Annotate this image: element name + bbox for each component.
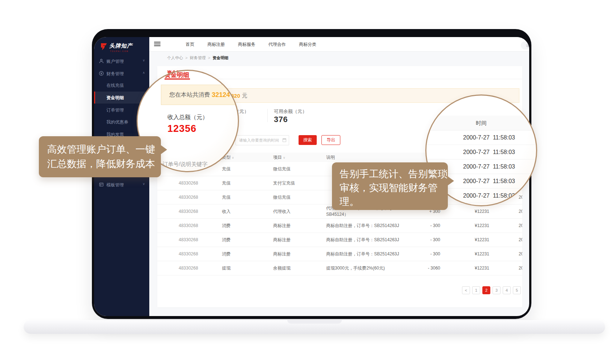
magnified-tab-underline <box>165 78 190 80</box>
cell-time: 2000-7-27 11:58:03 <box>489 223 522 228</box>
cell-balance: ¥12231 <box>440 266 489 271</box>
hamburger-menu-icon[interactable] <box>154 42 161 47</box>
magnified-income-value: 12356 <box>167 123 196 134</box>
laptop-hinge-notch <box>287 320 342 324</box>
export-button[interactable]: 导出 <box>321 135 340 145</box>
cell-desc: 提现3000元，手续费2%(60元) <box>326 265 416 271</box>
cell-balance: ¥12231 <box>440 209 489 214</box>
table-row: 48330268 消费 商标注册 商标自助注册，订单号：SB2514263J -… <box>157 247 522 261</box>
brand-icon <box>99 42 108 51</box>
search-input[interactable] <box>521 41 529 49</box>
stage: 头牌知产 TOUPAI.COM 账户管理 ∨ 财务管理 ∧ <box>0 0 616 364</box>
cell-order-no: 48330268 <box>179 181 222 186</box>
magnified-time-header: 时间 <box>426 116 536 130</box>
page-button-2-active[interactable]: 2 <box>482 286 490 294</box>
laptop-base <box>24 320 605 334</box>
cell-desc: 商标自助注册，订单号：SB2514263J <box>326 251 416 257</box>
cell-order-no: 48330268 <box>179 223 222 228</box>
available-balance-label: 可用余额（元） <box>274 108 307 115</box>
cell-type: 充值 <box>222 166 273 172</box>
sidebar-item-template[interactable]: 模板管理 ∨ <box>94 179 149 191</box>
sort-chevron-icon: ∨ <box>283 156 285 159</box>
cell-order-no: 48330268 <box>179 266 222 271</box>
header-description: 说明 <box>326 154 416 161</box>
cell-desc: 商标自助注册，订单号：SB2514263J <box>326 237 416 243</box>
cell-time: 2000-7-27 11:58:03 <box>489 266 522 271</box>
table-row: 48330268 提现 余额提现 提现3000元，手续费2%(60元) - 30… <box>157 261 522 275</box>
table-row: 48330268 消费 商标注册 商标自助注册，订单号：SB2514263J -… <box>157 219 522 233</box>
stats-divider <box>267 109 268 122</box>
calendar-icon[interactable] <box>283 138 286 142</box>
template-icon <box>99 182 104 187</box>
breadcrumb-personal-center[interactable]: 个人中心 <box>167 56 183 60</box>
nav-items: 首页 商标注册 商标服务 代理合作 商标分类 <box>186 37 316 52</box>
magnified-table-header: 订单号/说明关键字 <box>162 161 207 168</box>
cell-project: 商标注册 <box>273 237 326 243</box>
cell-project: 微信充值 <box>273 194 326 201</box>
callout-right: 告别手工统计、告别繁琐 审核，实现智能财务管 理。 <box>332 162 448 210</box>
brand-name: 头牌知产 <box>109 43 133 49</box>
cell-amount: - 300 <box>416 237 440 242</box>
prev-page-button[interactable]: < <box>462 286 470 294</box>
magnified-banner-amount: 32124 <box>212 91 230 99</box>
cell-project: 余额提现 <box>273 265 326 271</box>
cell-time: 2000-7-27 11:58:03 <box>489 237 522 242</box>
page-button-1[interactable]: 1 <box>472 286 480 294</box>
table-row: 48330268 消费 商标注册 商标自助注册，订单号：SB2514263J -… <box>157 233 522 247</box>
magnified-time-row: 2000-7-27 11:58:03 <box>426 145 536 159</box>
user-icon <box>99 58 104 64</box>
cell-type: 消费 <box>222 223 273 229</box>
chevron-down-icon: ∨ <box>142 58 145 62</box>
cell-amount: - 300 <box>416 223 440 228</box>
top-nav: 首页 商标注册 商标服务 代理合作 商标分类 <box>149 37 529 52</box>
time-query-input[interactable] <box>235 135 289 145</box>
cell-type: 充值 <box>222 194 273 201</box>
sort-chevron-icon: ∨ <box>232 156 234 159</box>
cell-type: 消费 <box>222 237 273 243</box>
cell-type: 消费 <box>222 251 273 257</box>
page-button-4[interactable]: 4 <box>503 286 511 294</box>
callout-arrow-icon <box>161 145 167 154</box>
cell-order-no: 48330268 <box>179 195 222 200</box>
chevron-down-icon: ∨ <box>142 182 145 186</box>
page-button-5[interactable]: 5 <box>513 286 521 294</box>
nav-item-home[interactable]: 首页 <box>186 41 194 48</box>
cell-order-no: 48330268 <box>179 209 222 214</box>
chevron-up-icon: ∧ <box>142 71 145 74</box>
cell-balance: ¥12231 <box>440 237 489 242</box>
cell-type: 提现 <box>222 265 273 271</box>
cell-project: 代理收入 <box>273 209 326 215</box>
cell-balance: ¥12231 <box>440 251 489 256</box>
cell-project: 微信充值 <box>273 166 326 172</box>
header-project[interactable]: 项目∨ <box>273 154 326 161</box>
logo: 头牌知产 TOUPAI.COM <box>98 41 146 56</box>
nav-item-agent-cooperation[interactable]: 代理合作 <box>268 41 286 48</box>
cell-time: 2000-7-27 11:58:03 <box>489 251 522 256</box>
finance-icon <box>99 71 104 76</box>
sidebar-item-finance[interactable]: 财务管理 ∧ <box>94 68 149 80</box>
cell-order-no: 48330268 <box>179 251 222 256</box>
callout-arrow-icon <box>447 176 454 186</box>
cell-balance: ¥12231 <box>440 223 489 228</box>
nav-item-trademark-category[interactable]: 商标分类 <box>299 41 316 48</box>
header-type[interactable]: 类型∨ <box>222 154 273 161</box>
brand-caption: TOUPAI.COM <box>110 50 129 52</box>
callout-left: 高效管理账户订单、一键 汇总数据，降低财务成本 <box>39 136 161 177</box>
search-button[interactable]: 搜索 <box>299 135 317 145</box>
breadcrumb: 个人中心>财务管理>资金明细 <box>149 52 529 64</box>
cell-type: 充值 <box>222 180 273 186</box>
nav-item-trademark-service[interactable]: 商标服务 <box>238 41 255 48</box>
cell-type: 收入 <box>222 209 273 215</box>
cell-project: 支付宝充值 <box>273 180 326 186</box>
cell-project: 商标注册 <box>273 251 326 257</box>
nav-item-trademark-register[interactable]: 商标注册 <box>207 41 225 48</box>
sidebar-item-online-recharge[interactable]: 在线充值 <box>94 79 149 91</box>
breadcrumb-finance[interactable]: 财务管理 <box>190 56 206 60</box>
pagination: < 1 2 3 4 5 <box>462 286 522 294</box>
breadcrumb-current: 资金明细 <box>212 56 228 60</box>
sidebar-item-account[interactable]: 账户管理 ∨ <box>94 55 149 67</box>
page-button-3[interactable]: 3 <box>493 286 500 294</box>
cell-time: 2000-7-27 11:58:03 <box>489 209 522 214</box>
cell-project: 商标注册 <box>273 223 326 229</box>
cell-amount: - 3060 <box>416 266 440 271</box>
